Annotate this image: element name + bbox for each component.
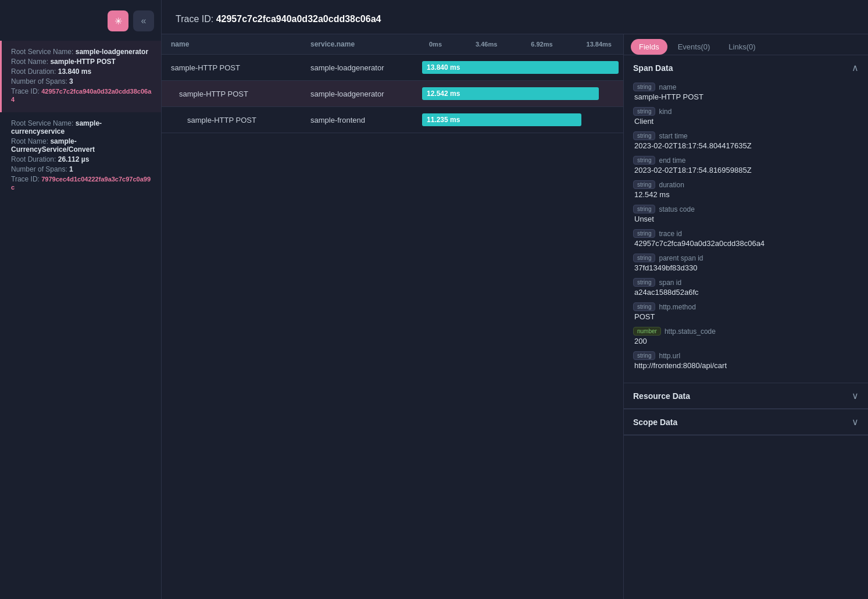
type-badge: string	[633, 302, 655, 311]
col-service: service.name	[301, 34, 417, 55]
timeline-bar: 12.542 ms	[422, 87, 599, 100]
span-data-header[interactable]: Span Data ∧	[624, 55, 868, 80]
field-row: stringnamesample-HTTP POST	[633, 83, 859, 101]
field-label: kind	[659, 108, 671, 116]
field-value: Client	[633, 117, 859, 126]
sidebar: ✳ « Root Service Name: sample-loadgenera…	[0, 0, 162, 599]
trace-id-value: 42957c7c2fca940a0d32a0cdd38c06a4	[216, 14, 381, 24]
details-panel: FieldsEvents(0)Links(0) Span Data ∧ stri…	[624, 34, 868, 599]
field-value: POST	[633, 312, 859, 321]
tab-events-0-[interactable]: Events(0)	[670, 39, 719, 55]
tl-3ms: 3.46ms	[476, 41, 497, 48]
resource-data-section: Resource Data ∨	[624, 383, 868, 409]
field-value: 2023-02-02T18:17:54.816959885Z	[633, 166, 859, 174]
span-data-section: Span Data ∧ stringnamesample-HTTP POSTst…	[624, 55, 868, 383]
trace-card-line: Number of Spans: 1	[11, 165, 152, 173]
type-badge: string	[633, 180, 655, 189]
trace-card-trace2[interactable]: Root Service Name: sample-currencyservic…	[0, 112, 161, 200]
trace-card-line: Trace ID: 42957c7c2fca940a0d32a0cdd38c06…	[11, 87, 152, 104]
span-timeline: 12.542 ms	[417, 81, 623, 106]
trace-card-line: Number of Spans: 3	[11, 77, 152, 85]
field-value: a24ac1588d52a6fc	[633, 288, 859, 297]
trace-card-line: Root Name: sample-HTTP POST	[11, 58, 152, 66]
scope-data-toggle-icon: ∨	[852, 416, 859, 427]
span-service: sample-frontend	[301, 110, 417, 130]
resource-data-toggle-icon: ∨	[852, 390, 859, 401]
field-row: stringtrace id42957c7c2fca940a0d32a0cdd3…	[633, 229, 859, 248]
span-data-title: Span Data	[633, 63, 673, 73]
trace-header: Trace ID: 42957c7c2fca940a0d32a0cdd38c06…	[162, 0, 868, 34]
sparkle-button[interactable]: ✳	[108, 10, 128, 31]
trace-card-line: Root Service Name: sample-currencyservic…	[11, 119, 152, 136]
field-row: stringparent span id37fd1349bf83d330	[633, 254, 859, 272]
type-badge: string	[633, 229, 655, 238]
tl-0ms: 0ms	[429, 41, 442, 48]
span-timeline: 11.235 ms	[417, 107, 623, 133]
details-tabs: FieldsEvents(0)Links(0)	[624, 34, 868, 55]
field-row: stringstatus codeUnset	[633, 205, 859, 223]
tl-13ms: 13.84ms	[587, 41, 612, 48]
trace-card-line: Root Duration: 13.840 ms	[11, 67, 152, 76]
resource-data-header[interactable]: Resource Data ∨	[624, 383, 868, 409]
field-label: http.url	[659, 352, 680, 360]
field-row: stringhttp.urlhttp://frontend:8080/api/c…	[633, 351, 859, 370]
collapse-button[interactable]: «	[133, 10, 154, 31]
type-badge: string	[633, 205, 655, 213]
scope-data-header[interactable]: Scope Data ∨	[624, 409, 868, 435]
timeline-header: 0ms 3.46ms 6.92ms 13.84ms	[427, 41, 614, 48]
field-value: 37fd1349bf83d330	[633, 263, 859, 272]
field-value: 2023-02-02T18:17:54.804417635Z	[633, 141, 859, 150]
trace-list: Root Service Name: sample-loadgeneratorR…	[0, 41, 161, 200]
field-value: http://frontend:8080/api/cart	[633, 361, 859, 370]
field-row: stringspan ida24ac1588d52a6fc	[633, 278, 859, 297]
trace-card-trace1[interactable]: Root Service Name: sample-loadgeneratorR…	[0, 41, 161, 112]
tab-fields[interactable]: Fields	[631, 39, 667, 55]
field-row: stringend time2023-02-02T18:17:54.816959…	[633, 156, 859, 174]
span-name: sample-HTTP POST	[162, 58, 301, 78]
table-row[interactable]: sample-HTTP POSTsample-frontend11.235 ms	[162, 107, 623, 133]
field-row: stringstart time2023-02-02T18:17:54.8044…	[633, 131, 859, 150]
field-label: parent span id	[659, 254, 703, 262]
span-name: sample-HTTP POST	[162, 84, 301, 104]
spans-panel: name service.name 0ms 3.46ms 6.92ms 13.8…	[162, 34, 624, 599]
col-name: name	[162, 34, 301, 55]
span-service: sample-loadgenerator	[301, 84, 417, 104]
type-badge: string	[633, 131, 655, 140]
field-value: Unset	[633, 215, 859, 223]
trace-card-line: Root Duration: 26.112 µs	[11, 155, 152, 163]
table-row[interactable]: sample-HTTP POSTsample-loadgenerator12.5…	[162, 81, 623, 107]
field-label: end time	[659, 156, 685, 165]
field-label: trace id	[659, 230, 681, 238]
field-label: start time	[659, 132, 687, 140]
spans-table: name service.name 0ms 3.46ms 6.92ms 13.8…	[162, 34, 623, 133]
field-label: http.method	[659, 303, 695, 311]
span-timeline: 13.840 ms	[417, 55, 623, 80]
type-badge: string	[633, 83, 655, 91]
main-panel: Trace ID: 42957c7c2fca940a0d32a0cdd38c06…	[162, 0, 868, 599]
span-name: sample-HTTP POST	[162, 110, 301, 130]
field-label: span id	[659, 279, 681, 287]
field-row: stringkindClient	[633, 107, 859, 126]
type-badge: string	[633, 107, 655, 116]
table-row[interactable]: sample-HTTP POSTsample-loadgenerator13.8…	[162, 55, 623, 81]
scope-data-section: Scope Data ∨	[624, 409, 868, 436]
field-value: 42957c7c2fca940a0d32a0cdd38c06a4	[633, 239, 859, 248]
span-service: sample-loadgenerator	[301, 58, 417, 78]
field-label: status code	[659, 205, 694, 213]
type-badge: string	[633, 156, 655, 165]
field-label: http.status_code	[665, 327, 716, 336]
field-value: 200	[633, 337, 859, 345]
span-data-toggle-icon: ∧	[852, 62, 859, 73]
type-badge: number	[633, 327, 661, 336]
field-row: stringduration12.542 ms	[633, 180, 859, 199]
span-data-content: stringnamesample-HTTP POSTstringkindClie…	[624, 80, 868, 383]
col-timeline: 0ms 3.46ms 6.92ms 13.84ms	[417, 34, 623, 55]
sidebar-top-buttons: ✳ «	[0, 6, 161, 41]
tab-links-0-[interactable]: Links(0)	[720, 39, 763, 55]
trace-id-label: Trace ID:	[176, 14, 213, 24]
timeline-bar: 11.235 ms	[422, 113, 581, 126]
field-value: sample-HTTP POST	[633, 92, 859, 101]
field-label: duration	[659, 181, 684, 189]
tl-6ms: 6.92ms	[531, 41, 552, 48]
trace-card-line: Trace ID: 7979cec4d1c04222fa9a3c7c97c0a9…	[11, 175, 152, 191]
